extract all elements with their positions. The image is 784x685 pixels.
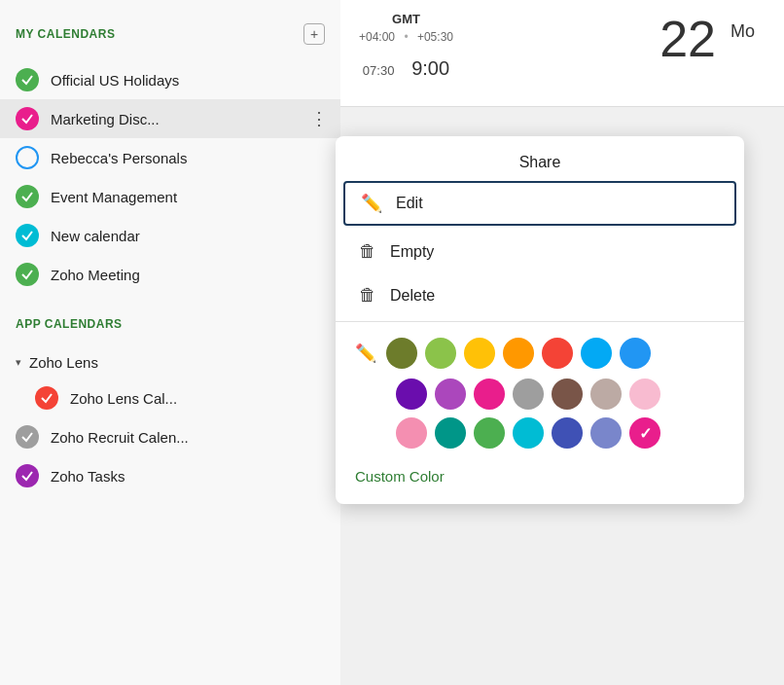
gmt-offset2: +05:30 [417, 30, 453, 44]
gmt-block: GMT +04:00 • +05:30 07:30 9:00 [356, 12, 456, 80]
sidebar-item-marketing-disc[interactable]: Marketing Disc... ⋮ [0, 99, 340, 138]
sidebar-item-rebeccas-personals[interactable]: Rebecca's Personals [0, 138, 340, 177]
empty-label: Empty [390, 243, 434, 261]
gmt-times: +04:00 • +05:30 [356, 30, 456, 44]
sidebar-item-zoho-recruit-cal[interactable]: Zoho Recruit Calen... [0, 417, 340, 456]
empty-menu-item[interactable]: 🗑 Empty [336, 230, 744, 273]
context-menu-trigger[interactable]: ⋮ [310, 108, 329, 129]
gmt-dot: • [404, 30, 408, 44]
app-calendars-section-header: APP CALENDARS [0, 309, 340, 339]
color-row-2 [355, 379, 725, 410]
color-pencil-icon: ✏️ [355, 342, 376, 364]
time-row: 07:30 9:00 [356, 57, 456, 80]
collapse-arrow-icon: ▾ [16, 356, 21, 369]
color-swatch-red[interactable] [542, 338, 573, 369]
sidebar: MY CALENDARS + Official US Holidays Mark… [0, 0, 340, 685]
gmt-offset1: +04:00 [359, 30, 395, 44]
color-swatches-row1 [386, 338, 651, 369]
check-icon [20, 112, 34, 126]
gmt-title: GMT [356, 12, 456, 26]
color-swatch-teal[interactable] [435, 417, 466, 449]
color-swatch-green[interactable] [474, 417, 505, 449]
sidebar-item-zoho-tasks[interactable]: Zoho Tasks [0, 456, 340, 495]
color-swatch-tan[interactable] [590, 379, 622, 410]
color-swatch-lime[interactable] [425, 338, 456, 369]
day-abbr: Mo [731, 21, 755, 42]
my-calendars-section-header: MY CALENDARS + [0, 16, 340, 53]
color-swatch-violet[interactable] [435, 379, 466, 410]
color-swatch-brown[interactable] [552, 379, 583, 410]
color-swatch-pink-selected[interactable] [629, 417, 660, 449]
calendar-icon-zoho-tasks [16, 464, 39, 487]
color-picker-section: ✏️ [336, 326, 744, 460]
calendar-icon-official-us-holidays [16, 68, 39, 91]
color-swatch-periwinkle[interactable] [590, 417, 622, 449]
color-swatch-olive[interactable] [386, 338, 417, 369]
sidebar-item-event-management[interactable]: Event Management [0, 177, 340, 216]
edit-menu-item[interactable]: ✏️ Edit [343, 181, 736, 226]
app-calendars-title: APP CALENDARS [16, 317, 123, 331]
edit-icon: ✏️ [361, 193, 382, 214]
time2: 9:00 [411, 57, 449, 79]
color-swatch-rose[interactable] [396, 417, 427, 449]
time1: 07:30 [363, 63, 395, 78]
check-icon [20, 430, 34, 444]
delete-icon: 🗑 [359, 285, 376, 306]
calendar-icon-zoho-lens-cal [35, 386, 58, 410]
sidebar-item-new-calendar[interactable]: New calendar [0, 216, 340, 255]
calendar-label-zoho-recruit-cal: Zoho Recruit Calen... [51, 429, 325, 446]
calendar-label-marketing-disc: Marketing Disc... [51, 111, 325, 127]
calendar-icon-rebeccas-personals [16, 146, 39, 169]
day-number: 22 [659, 10, 716, 68]
sidebar-item-zoho-lens-cal[interactable]: Zoho Lens Cal... [0, 379, 340, 417]
calendar-label-rebeccas-personals: Rebecca's Personals [51, 150, 325, 166]
delete-menu-item[interactable]: 🗑 Delete [336, 273, 744, 317]
share-menu-item[interactable]: Share [336, 144, 744, 181]
calendar-icon-new-calendar [16, 224, 39, 247]
color-swatch-cyan[interactable] [581, 338, 612, 369]
color-swatch-light-pink[interactable] [629, 379, 660, 410]
edit-label: Edit [396, 195, 423, 212]
color-swatch-orange[interactable] [503, 338, 534, 369]
check-icon [20, 73, 34, 87]
color-row-1: ✏️ [355, 338, 725, 369]
my-calendars-title: MY CALENDARS [16, 27, 115, 41]
color-row-3 [355, 417, 725, 449]
calendar-label-new-calendar: New calendar [51, 228, 325, 244]
check-icon [20, 190, 34, 203]
calendar-header: GMT +04:00 • +05:30 07:30 9:00 22 Mo [340, 0, 784, 107]
color-swatch-indigo[interactable] [552, 417, 583, 449]
calendar-label-zoho-lens-cal: Zoho Lens Cal... [70, 390, 325, 407]
calendar-icon-marketing-disc [16, 107, 39, 130]
calendar-icon-zoho-meeting [16, 263, 39, 286]
calendar-label-zoho-tasks: Zoho Tasks [51, 468, 325, 485]
calendar-label-zoho-meeting: Zoho Meeting [51, 267, 325, 283]
calendar-icon-event-management [16, 185, 39, 208]
check-icon [20, 469, 34, 483]
add-calendar-button[interactable]: + [303, 23, 325, 45]
delete-label: Delete [390, 287, 435, 305]
sidebar-item-zoho-meeting[interactable]: Zoho Meeting [0, 255, 340, 294]
check-icon [40, 391, 53, 405]
calendar-label-official-us-holidays: Official US Holidays [51, 72, 325, 89]
color-swatch-purple[interactable] [396, 379, 427, 410]
share-label: Share [519, 154, 561, 170]
calendar-label-event-management: Event Management [51, 189, 325, 205]
menu-divider [336, 321, 744, 322]
sidebar-item-official-us-holidays[interactable]: Official US Holidays [0, 60, 340, 99]
empty-icon: 🗑 [359, 241, 376, 262]
calendar-icon-zoho-recruit-cal [16, 425, 39, 449]
color-swatch-pink-dark[interactable] [474, 379, 505, 410]
color-swatch-grey[interactable] [513, 379, 544, 410]
context-menu: Share ✏️ Edit 🗑 Empty 🗑 Delete ✏️ [336, 136, 744, 504]
color-swatch-blue[interactable] [620, 338, 651, 369]
color-swatch-aqua[interactable] [513, 417, 544, 449]
calendar-label-zoho-lens-group: Zoho Lens [29, 354, 325, 371]
sidebar-item-zoho-lens-group[interactable]: ▾ Zoho Lens [0, 346, 340, 379]
check-icon [20, 229, 34, 242]
custom-color-button[interactable]: Custom Color [336, 460, 464, 496]
color-swatch-yellow[interactable] [464, 338, 495, 369]
check-icon [20, 268, 34, 281]
